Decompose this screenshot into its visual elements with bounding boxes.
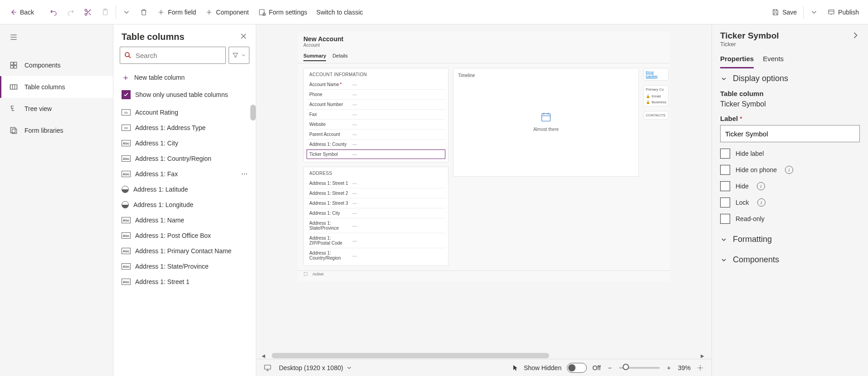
section-address[interactable]: ADDRESS Address 1: Street 1---Address 1:… [303,167,449,266]
tab-properties[interactable]: Properties [720,55,754,68]
section-timeline[interactable]: Timeline Almost there [453,68,639,177]
read-only-row[interactable]: Read-only [720,214,860,224]
scroll-left-arrow[interactable]: ◀ [262,353,267,358]
delete-button[interactable] [135,5,152,19]
table-columns-list[interactable]: ▭Account Rating⋯▭Address 1: Address Type… [113,105,256,376]
info-icon[interactable]: i [757,182,765,190]
nav-table-columns[interactable]: Table columns [0,76,113,98]
mini-card-error[interactable]: Error loading [644,68,668,81]
form-field[interactable]: Address 1: County--- [307,140,445,149]
add-form-field-button[interactable]: Form field [152,5,200,19]
table-column-item[interactable]: Address 1: Latitude⋯ [113,182,256,197]
info-icon[interactable]: i [757,198,766,207]
section-formatting-header[interactable]: Formatting [720,235,860,244]
form-field[interactable]: Account Name*--- [307,80,445,90]
more-icon[interactable]: ⋯ [241,170,248,178]
nav-form-libraries[interactable]: Form libraries [0,120,113,141]
switch-classic-button[interactable]: Switch to classic [312,6,368,19]
table-column-item[interactable]: ▭Address 1: Address Type⋯ [113,120,256,135]
filter-button[interactable] [229,47,249,64]
zoom-out-button[interactable]: − [606,364,614,371]
form-settings-button[interactable]: Form settings [254,5,312,19]
form-field[interactable]: Address 1: Country/Region--- [307,248,445,263]
form-field[interactable]: Address 1: Street 3--- [307,198,445,208]
form-preview[interactable]: New Account Account SummaryDetails ACCOU… [298,32,670,282]
undo-button[interactable] [45,5,62,19]
form-field[interactable]: Parent Account--- [307,130,445,140]
show-hidden-toggle[interactable] [567,363,587,373]
form-field[interactable]: Ticker Symbol--- [307,149,445,159]
hide-checkbox[interactable] [720,181,730,191]
table-column-item[interactable]: AbcAddress 1: Country/Region⋯ [113,151,256,166]
form-field[interactable]: Fax--- [307,110,445,120]
mini-card-primary[interactable]: Primary Co 🔒Email 🔒Business [644,85,668,106]
hide-label-checkbox[interactable] [720,149,730,159]
form-field[interactable]: Address 1: ZIP/Postal Code--- [307,233,445,248]
hide-on-phone-row[interactable]: Hide on phone i [720,165,860,175]
paste-dropdown[interactable] [118,5,135,19]
redo-button[interactable] [62,5,79,19]
hide-on-phone-checkbox[interactable] [720,165,730,175]
publish-icon [827,8,835,16]
paste-button[interactable] [97,5,114,19]
table-column-item[interactable]: ▭Account Rating⋯ [113,105,256,120]
tab-events[interactable]: Events [763,55,784,68]
scrollbar-thumb[interactable] [272,353,549,358]
label-input[interactable] [720,125,860,142]
add-component-button[interactable]: Component [200,5,253,19]
form-field[interactable]: Account Number--- [307,100,445,110]
form-field[interactable]: Phone--- [307,90,445,100]
horizontal-scrollbar[interactable]: ◀ ▶ [256,352,712,359]
zoom-slider[interactable] [619,367,660,369]
form-tab[interactable]: Summary [303,53,326,61]
hamburger-button[interactable] [0,28,113,46]
scroll-right-arrow[interactable]: ▶ [701,353,706,358]
form-field[interactable]: Address 1: Street 2--- [307,188,445,198]
read-only-checkbox[interactable] [720,214,730,224]
collapse-props-button[interactable] [851,31,860,41]
form-field[interactable]: Address 1: State/Province--- [307,218,445,233]
table-column-item[interactable]: AbcAddress 1: Primary Contact Name⋯ [113,243,256,259]
section-account-information[interactable]: ACCOUNT INFORMATION Account Name*---Phon… [303,68,449,162]
table-column-item[interactable]: AbcAddress 1: City⋯ [113,135,256,151]
lock-row[interactable]: Lock i [720,198,860,207]
table-column-item[interactable]: Address 1: Longitude⋯ [113,197,256,212]
form-tab[interactable]: Details [332,53,348,61]
show-unused-checkbox[interactable] [122,90,131,99]
table-column-item[interactable]: AbcAddress 1: Post Office Box⋯ [113,228,256,243]
section-components-header[interactable]: Components [720,255,860,265]
close-button[interactable] [239,32,248,42]
viewport-selector[interactable]: Desktop (1920 x 1080) [279,364,352,371]
scrollbar-thumb[interactable] [250,105,256,121]
back-button[interactable]: Back [5,5,39,19]
error-link[interactable]: Error loading [646,70,658,78]
table-column-item[interactable]: AbcAddress 1: State/Province⋯ [113,259,256,274]
publish-button[interactable]: Publish [823,5,863,19]
mini-card-contacts[interactable]: CONTACTS [644,111,668,120]
search-input-wrapper[interactable] [120,47,226,64]
trash-icon [140,8,148,16]
form-field[interactable]: Address 1: Street 1--- [307,178,445,188]
cut-button[interactable] [79,5,97,19]
info-icon[interactable]: i [785,166,793,174]
form-field[interactable]: Address 1: City--- [307,208,445,218]
fit-to-screen-icon[interactable] [696,364,704,372]
left-nav-rail: Components Table columns Tree view Form … [0,24,113,376]
search-input[interactable] [136,52,222,59]
lock-checkbox[interactable] [720,198,730,207]
nav-tree-view[interactable]: Tree view [0,98,113,120]
save-button[interactable]: Save [767,5,801,19]
table-column-item[interactable]: AbcAddress 1: Fax⋯ [113,166,256,182]
show-unused-row[interactable]: Show only unused table columns [113,87,256,105]
form-field[interactable]: Website--- [307,120,445,130]
hide-label-row[interactable]: Hide label [720,149,860,159]
table-column-item[interactable]: AbcAddress 1: Name⋯ [113,212,256,228]
nav-components[interactable]: Components [0,54,113,76]
form-settings-label: Form settings [269,9,307,16]
section-display-options-header[interactable]: Display options [720,74,860,83]
zoom-in-button[interactable]: + [665,364,673,371]
new-table-column-button[interactable]: ＋ New table column [113,68,256,87]
hide-row[interactable]: Hide i [720,181,860,191]
table-column-item[interactable]: AbcAddress 1: Street 1⋯ [113,274,256,289]
save-dropdown[interactable] [805,5,823,19]
